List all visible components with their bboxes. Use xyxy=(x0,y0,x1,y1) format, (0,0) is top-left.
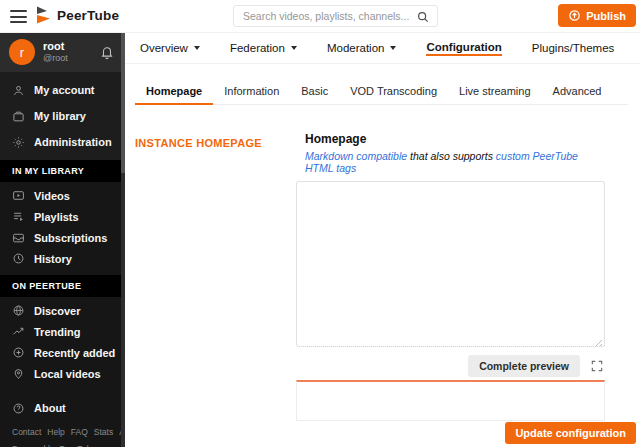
sidebar-item-trending[interactable]: Trending xyxy=(0,321,125,342)
maximize-icon[interactable] xyxy=(590,359,604,373)
sidebar-user-block[interactable]: r root @root xyxy=(0,33,125,72)
footer-link-help[interactable]: Help xyxy=(47,427,64,437)
footer-link-stats[interactable]: Stats xyxy=(94,427,113,437)
update-configuration-button[interactable]: Update configuration xyxy=(505,422,636,444)
hint-middle-text: that also supports xyxy=(407,150,496,162)
sidebar-item-label: Videos xyxy=(34,190,70,202)
plus-circle-icon xyxy=(12,346,25,359)
peertube-home-link[interactable]: PeerTube xyxy=(36,6,119,24)
configuration-tabs: Homepage Information Basic VOD Transcodi… xyxy=(135,78,628,105)
sidebar-item-label: My library xyxy=(34,110,86,122)
user-icon xyxy=(12,84,25,97)
videos-icon xyxy=(12,189,25,202)
homepage-textarea-wrap xyxy=(296,181,605,351)
sidebar-about-wrap: About xyxy=(0,395,121,421)
tab-basic[interactable]: Basic xyxy=(290,78,339,104)
tab-vod-transcoding[interactable]: VOD Transcoding xyxy=(339,78,448,104)
globe-icon xyxy=(12,304,25,317)
sidebar-item-videos[interactable]: Videos xyxy=(0,185,125,206)
caret-down-icon xyxy=(291,46,297,50)
homepage-form: Homepage Markdown compatible that also s… xyxy=(296,132,605,421)
nav-tab-plugins-themes[interactable]: Plugins/Themes xyxy=(517,33,629,63)
markdown-preview-panel xyxy=(296,380,605,421)
sidebar-section-in-my-library: IN MY LIBRARY xyxy=(0,160,125,182)
nav-tab-overview[interactable]: Overview xyxy=(125,33,215,63)
sidebar-item-playlists[interactable]: Playlists xyxy=(0,206,125,227)
sidebar-item-recently-added[interactable]: Recently added xyxy=(0,342,125,363)
avatar[interactable]: r xyxy=(9,39,35,65)
tab-homepage[interactable]: Homepage xyxy=(135,78,213,105)
search-icon[interactable] xyxy=(416,10,430,24)
nav-tab-label: Configuration xyxy=(426,41,501,56)
notifications-bell-icon[interactable] xyxy=(100,45,114,60)
sidebar: r root @root My account My library xyxy=(0,33,125,447)
nav-tab-federation[interactable]: Federation xyxy=(215,33,312,63)
map-pin-icon xyxy=(12,367,25,380)
sidebar-item-discover[interactable]: Discover xyxy=(0,300,125,321)
user-name: root xyxy=(43,40,64,52)
publish-button[interactable]: Publish xyxy=(558,4,636,27)
footer-link-contact[interactable]: Contact xyxy=(12,427,41,437)
sidebar-item-administration[interactable]: Administration xyxy=(0,129,125,155)
gear-icon xyxy=(12,136,25,149)
sidebar-item-label: Administration xyxy=(34,136,112,148)
sidebar-instance-items: Discover Trending Recently added Local v… xyxy=(0,297,125,390)
nav-tab-moderation[interactable]: Moderation xyxy=(312,33,412,63)
sidebar-item-label: Subscriptions xyxy=(34,232,107,244)
footer-link-faq[interactable]: FAQ xyxy=(71,427,88,437)
homepage-textarea[interactable] xyxy=(296,181,605,347)
peertube-logo-icon xyxy=(36,6,51,24)
tab-advanced[interactable]: Advanced xyxy=(542,78,613,104)
nav-tab-label: Federation xyxy=(230,42,285,55)
sidebar-item-about[interactable]: About xyxy=(0,395,121,421)
sidebar-account-menu: My account My library Administration xyxy=(0,72,125,160)
publish-label: Publish xyxy=(586,10,626,22)
tab-live-streaming[interactable]: Live streaming xyxy=(448,78,542,104)
sidebar-item-label: My account xyxy=(34,84,95,96)
sidebar-item-label: Local videos xyxy=(34,368,101,380)
top-bar: PeerTube Publish xyxy=(0,0,640,33)
preview-toolbar: Complete preview xyxy=(296,351,605,380)
nav-tab-label: Moderation xyxy=(327,42,385,55)
upload-icon xyxy=(568,9,581,22)
homepage-field-label: Homepage xyxy=(305,132,605,146)
caret-down-icon xyxy=(194,46,200,50)
search-input[interactable] xyxy=(234,6,437,26)
sidebar-item-my-account[interactable]: My account xyxy=(0,77,125,103)
nav-tab-label: Plugins/Themes xyxy=(532,42,614,55)
sidebar-item-local-videos[interactable]: Local videos xyxy=(0,363,125,384)
subscriptions-icon xyxy=(12,231,25,244)
brand-title: PeerTube xyxy=(57,8,119,23)
admin-nav: Overview Federation Moderation Configura… xyxy=(125,33,640,64)
tab-information[interactable]: Information xyxy=(213,78,290,104)
trending-icon xyxy=(12,325,25,338)
nav-tab-label: Overview xyxy=(140,42,188,55)
sidebar-item-history[interactable]: History xyxy=(0,248,125,269)
library-icon xyxy=(12,110,25,123)
caret-down-icon xyxy=(390,46,396,50)
user-handle: @root xyxy=(43,53,68,63)
sidebar-section-on-peertube: ON PEERTUBE xyxy=(0,275,125,297)
sidebar-item-label: Recently added xyxy=(34,347,115,359)
complete-preview-button[interactable]: Complete preview xyxy=(468,355,580,377)
footer-links: Contact Help FAQ Stats API xyxy=(12,427,121,437)
sidebar-item-label: Trending xyxy=(34,326,80,338)
sidebar-footer: Contact Help FAQ Stats API Powered by Pe… xyxy=(12,427,121,447)
sidebar-item-label: History xyxy=(34,253,72,265)
menu-hamburger-icon[interactable] xyxy=(10,10,27,23)
nav-tab-system[interactable]: System xyxy=(629,33,640,63)
sidebar-item-label: Discover xyxy=(34,305,80,317)
sidebar-item-my-library[interactable]: My library xyxy=(0,103,125,129)
markdown-compatible-link[interactable]: Markdown compatible xyxy=(305,150,407,162)
history-clock-icon xyxy=(12,252,25,265)
sidebar-item-subscriptions[interactable]: Subscriptions xyxy=(0,227,125,248)
question-circle-icon xyxy=(12,402,25,415)
sidebar-item-label: About xyxy=(34,402,66,414)
nav-tab-configuration[interactable]: Configuration xyxy=(411,33,516,63)
markdown-hint: Markdown compatible that also supports c… xyxy=(305,150,605,174)
playlists-icon xyxy=(12,210,25,223)
main-area: Overview Federation Moderation Configura… xyxy=(125,33,640,447)
sidebar-library-items: Videos Playlists Subscriptions History xyxy=(0,182,125,275)
instance-homepage-section-label: INSTANCE HOMEPAGE xyxy=(135,137,262,149)
search-box xyxy=(233,5,438,27)
